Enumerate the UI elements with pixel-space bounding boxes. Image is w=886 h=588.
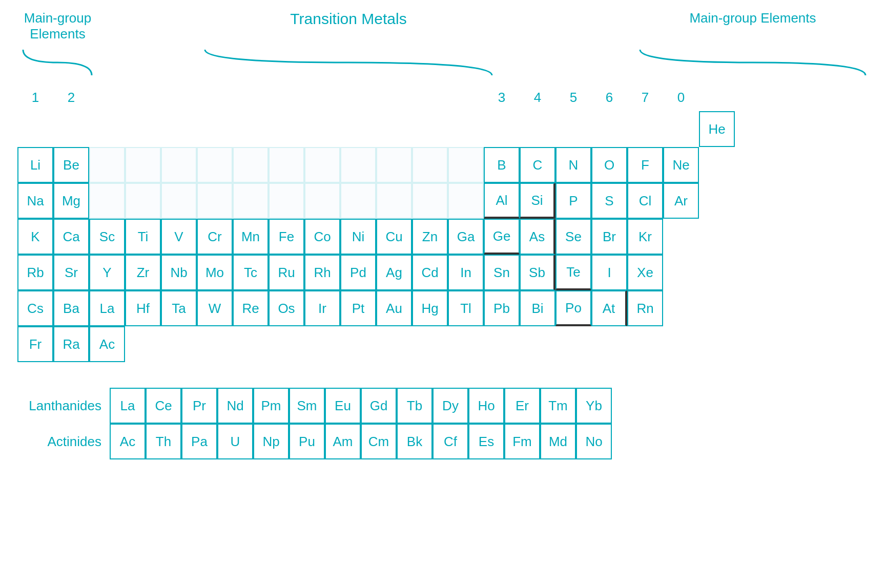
cell-act-Fm: Fm [504, 424, 540, 459]
cell-Pb: Pb [484, 290, 520, 326]
cell-ghost [161, 147, 197, 183]
cell-lan-Dy: Dy [432, 388, 468, 424]
cell-Zr: Zr [125, 255, 161, 290]
period-2-row: Li Be B C N O F Ne [17, 147, 876, 183]
cell-ghost [89, 147, 125, 183]
cell-ghost [197, 183, 233, 219]
cell-Xe: Xe [627, 255, 663, 290]
cell-La: La [89, 290, 125, 326]
cell-empty [269, 326, 304, 362]
cell-ghost [448, 147, 484, 183]
cell-Ne: Ne [663, 147, 699, 183]
cell-empty [161, 326, 197, 362]
cell-act-Cf: Cf [432, 424, 468, 459]
cell-F: F [627, 147, 663, 183]
right-brace [635, 47, 871, 80]
cell-Pd: Pd [340, 255, 376, 290]
cell-ghost [89, 183, 125, 219]
cell-Tl: Tl [448, 290, 484, 326]
group-num-0: 0 [663, 85, 699, 110]
cell-empty [627, 111, 663, 147]
cell-act-Md: Md [540, 424, 576, 459]
cell-Ni: Ni [340, 219, 376, 255]
cell-Be: Be [53, 147, 89, 183]
cell-Cl: Cl [627, 183, 663, 219]
cell-Ge: Ge [484, 219, 520, 255]
cell-lan-Tm: Tm [540, 388, 576, 424]
cell-Ir: Ir [304, 290, 340, 326]
cell-lan-Pm: Pm [253, 388, 289, 424]
cell-Cs: Cs [17, 290, 53, 326]
actinides-label: Actinides [17, 434, 110, 450]
cell-Ga: Ga [448, 219, 484, 255]
cell-ghost [340, 183, 376, 219]
cell-empty [448, 326, 484, 362]
periodic-table-grid: He Li Be B C N O F Ne Na [17, 111, 876, 362]
cell-empty [53, 111, 89, 147]
right-brace-svg [635, 47, 871, 78]
cell-ghost [376, 183, 412, 219]
period-6-row: Cs Ba La Hf Ta W Re Os Ir Pt Au Hg Tl Pb… [17, 290, 876, 326]
period-1-row: He [17, 111, 876, 147]
cell-empty [412, 326, 448, 362]
actinides-row: Actinides Ac Th Pa U Np Pu Am Cm Bk Cf E… [17, 424, 876, 459]
cell-Br: Br [591, 219, 627, 255]
cell-Al: Al [484, 183, 520, 219]
cell-lan-Sm: Sm [289, 388, 325, 424]
cell-B: B [484, 147, 520, 183]
cell-lan-Er: Er [504, 388, 540, 424]
group-num-4: 4 [520, 85, 555, 110]
cell-Bi: Bi [520, 290, 555, 326]
cell-Sn: Sn [484, 255, 520, 290]
cell-Cu: Cu [376, 219, 412, 255]
cell-Ba: Ba [53, 290, 89, 326]
cell-O: O [591, 147, 627, 183]
cell-empty [197, 326, 233, 362]
group-num-1: 1 [17, 85, 53, 110]
cell-S: S [591, 183, 627, 219]
cell-Mn: Mn [233, 219, 269, 255]
periodic-table-page: Main-groupElements Transition Metals Mai… [10, 10, 876, 459]
cell-Ra: Ra [53, 326, 89, 362]
cell-act-Ac: Ac [110, 424, 146, 459]
lanthanides-row: Lanthanides La Ce Pr Nd Pm Sm Eu Gd Tb D… [17, 388, 876, 424]
cell-Ar: Ar [663, 183, 699, 219]
lanthanides-actinides-section: Lanthanides La Ce Pr Nd Pm Sm Eu Gd Tb D… [17, 388, 876, 459]
cell-act-Pa: Pa [181, 424, 217, 459]
period-4-row: K Ca Sc Ti V Cr Mn Fe Co Ni Cu Zn Ga Ge … [17, 219, 876, 255]
cell-empty [340, 326, 376, 362]
group-num-6: 6 [591, 85, 627, 110]
cell-Ac: Ac [89, 326, 125, 362]
cell-ghost [125, 183, 161, 219]
cell-I: I [591, 255, 627, 290]
cell-lan-Eu: Eu [325, 388, 361, 424]
cell-Rb: Rb [17, 255, 53, 290]
cell-N: N [555, 147, 591, 183]
cell-act-Es: Es [468, 424, 504, 459]
cell-Po: Po [555, 290, 591, 326]
cell-Zn: Zn [412, 219, 448, 255]
cell-Mo: Mo [197, 255, 233, 290]
cell-lan-Tb: Tb [397, 388, 432, 424]
cell-Nb: Nb [161, 255, 197, 290]
cell-Os: Os [269, 290, 304, 326]
cell-Hf: Hf [125, 290, 161, 326]
cell-Ca: Ca [53, 219, 89, 255]
cell-Si: Si [520, 183, 555, 219]
group-num-5: 5 [555, 85, 591, 110]
cell-Rh: Rh [304, 255, 340, 290]
cell-Li: Li [17, 147, 53, 183]
cell-lan-La: La [110, 388, 146, 424]
cell-act-Cm: Cm [361, 424, 397, 459]
cell-lan-Ho: Ho [468, 388, 504, 424]
group-numbers-row: 1 2 3 4 5 6 7 0 [17, 85, 876, 110]
cell-lan-Ce: Ce [146, 388, 181, 424]
cell-Se: Se [555, 219, 591, 255]
left-group-label: Main-groupElements [18, 10, 97, 42]
cell-Ta: Ta [161, 290, 197, 326]
center-brace [200, 47, 497, 80]
cell-ghost [412, 147, 448, 183]
cell-ghost [376, 147, 412, 183]
cell-Co: Co [304, 219, 340, 255]
cell-ghost [233, 147, 269, 183]
